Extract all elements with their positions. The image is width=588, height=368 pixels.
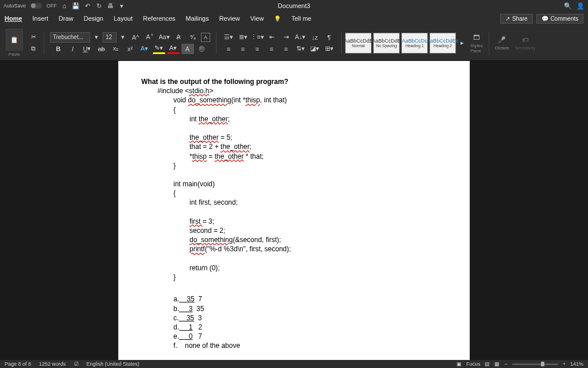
zoom-in-icon[interactable]: +: [563, 361, 566, 367]
clipboard-icon: 📋: [10, 36, 18, 44]
code-line: int the_other;: [189, 114, 447, 124]
char-shading-icon[interactable]: A: [181, 44, 194, 54]
option-c: c. 35 3: [173, 313, 447, 323]
ribbon: 📋 Paste ✂ ⧉ Trebuchet... ▾ 12 ▾ A^ A˅ Aa…: [0, 25, 588, 61]
dictate-label: Dictate: [495, 45, 509, 51]
strike-icon[interactable]: ab: [95, 44, 108, 54]
cut-icon[interactable]: ✂: [29, 33, 38, 42]
align-right-icon[interactable]: ≡: [251, 44, 264, 54]
highlight-icon[interactable]: ✎▾: [153, 44, 165, 54]
underline-icon[interactable]: U▾: [81, 44, 94, 54]
tab-references[interactable]: References: [143, 13, 175, 24]
superscript-icon[interactable]: x²: [124, 44, 137, 54]
line-spacing-icon[interactable]: ⇅▾: [294, 44, 307, 54]
share-button[interactable]: ↗Share: [500, 14, 533, 24]
paste-button[interactable]: 📋: [6, 29, 23, 51]
autosave-toggle[interactable]: [30, 3, 42, 9]
focus-label[interactable]: Focus: [466, 361, 481, 367]
mic-icon: 🎤: [497, 35, 506, 44]
code-line: }: [173, 161, 447, 170]
undo-icon[interactable]: ↶: [83, 2, 91, 10]
outdent-icon[interactable]: ⇤: [265, 32, 278, 43]
print-icon[interactable]: 🖶: [106, 2, 114, 10]
font-size-select[interactable]: 12: [103, 32, 117, 43]
tab-mailings[interactable]: Mailings: [185, 13, 208, 24]
autosave-label: AutoSave: [3, 3, 26, 9]
zoom-level[interactable]: 141%: [570, 361, 583, 367]
tab-insert[interactable]: Insert: [33, 13, 49, 24]
numbering-icon[interactable]: ≣▾: [237, 32, 249, 43]
enclose-icon[interactable]: ㊞: [196, 44, 208, 54]
search-icon[interactable]: 🔍: [564, 2, 572, 10]
word-count[interactable]: 1252 words: [39, 361, 66, 367]
align-left-icon[interactable]: ≡: [222, 44, 235, 54]
comment-icon: 💬: [541, 16, 548, 22]
text-effects-icon[interactable]: A▾: [138, 44, 151, 54]
chevron-down-icon[interactable]: ▾: [92, 33, 101, 42]
shading-icon[interactable]: ◪▾: [308, 44, 321, 54]
bullets-icon[interactable]: ☰▾: [222, 32, 235, 43]
zoom-slider[interactable]: [512, 363, 558, 365]
font-color-icon[interactable]: A▾: [167, 44, 180, 54]
sensitivity-group[interactable]: 🏷 Sensitivity: [513, 34, 538, 52]
tab-home[interactable]: Home: [5, 13, 22, 24]
tab-layout[interactable]: Layout: [114, 13, 133, 24]
language-indicator[interactable]: English (United States): [87, 361, 140, 367]
clear-format-icon[interactable]: A̷: [172, 32, 185, 43]
tab-draw[interactable]: Draw: [59, 13, 74, 24]
borders-icon[interactable]: ⊞▾: [323, 44, 335, 54]
styles-pane-icon: 🗔: [472, 33, 481, 42]
document-workspace: What is the output of the following prog…: [0, 61, 588, 360]
print-layout-icon[interactable]: ▤: [485, 361, 490, 367]
comments-button[interactable]: 💬Comments: [536, 14, 583, 24]
style-heading2[interactable]: AaBbCcDdEeHeading 2: [430, 33, 456, 53]
multilevel-icon[interactable]: ⋮≡▾: [251, 32, 264, 43]
copy-icon[interactable]: ⧉: [29, 44, 38, 53]
phonetic-icon[interactable]: ᵃ⁄ₐ: [187, 32, 199, 43]
shrink-font-icon[interactable]: A˅: [144, 32, 156, 43]
zoom-out-icon[interactable]: −: [504, 361, 507, 367]
pilcrow-icon[interactable]: ¶: [323, 32, 335, 43]
tell-me[interactable]: Tell me: [291, 13, 311, 24]
chevron-down-icon[interactable]: ▾: [118, 33, 127, 42]
home-icon[interactable]: ⌂: [60, 2, 68, 10]
paste-label: Paste: [9, 52, 20, 57]
code-line: #include <stdio.h>: [157, 86, 447, 95]
focus-icon[interactable]: ▣: [457, 361, 462, 367]
styles-more-icon[interactable]: ▸: [458, 39, 467, 48]
user-icon[interactable]: 👤: [577, 2, 585, 10]
tab-view[interactable]: View: [250, 13, 264, 24]
dictate-group[interactable]: 🎤 Dictate: [493, 34, 512, 52]
grow-font-icon[interactable]: A^: [129, 32, 142, 43]
document-page[interactable]: What is the output of the following prog…: [118, 61, 470, 360]
styles-pane-group[interactable]: 🗔 Styles Pane: [468, 32, 485, 55]
code-line: *thisp = the_other * that;: [189, 152, 447, 161]
align-center-icon[interactable]: ≡: [237, 44, 249, 54]
tab-review[interactable]: Review: [219, 13, 240, 24]
page-indicator[interactable]: Page 8 of 8: [5, 361, 31, 367]
char-border-icon[interactable]: A: [201, 33, 210, 42]
bold-icon[interactable]: B: [52, 44, 65, 54]
save-icon[interactable]: 💾: [72, 2, 80, 10]
subscript-icon[interactable]: x₂: [110, 44, 122, 54]
sort2-icon[interactable]: ↓z: [308, 32, 321, 43]
style-heading1[interactable]: AaBbCcDcHeading 1: [401, 33, 428, 53]
code-line: {: [173, 105, 447, 114]
sort-icon[interactable]: A↓▾: [294, 32, 307, 43]
style-normal[interactable]: AaBbCcDdENormal: [345, 33, 372, 53]
style-nospacing[interactable]: AaBbCcDdENo Spacing: [373, 33, 400, 53]
italic-icon[interactable]: I: [67, 44, 79, 54]
sensitivity-label: Sensitivity: [515, 45, 536, 51]
justify-icon[interactable]: ≡: [265, 44, 278, 54]
redo-icon[interactable]: ↻: [95, 2, 103, 10]
indent-icon[interactable]: ⇥: [280, 32, 292, 43]
bulb-icon: 💡: [274, 16, 281, 22]
distributed-icon[interactable]: ≡: [280, 44, 292, 54]
tab-design[interactable]: Design: [84, 13, 103, 24]
font-name-select[interactable]: Trebuchet...: [50, 32, 90, 43]
document-title: Document3: [278, 2, 310, 9]
web-layout-icon[interactable]: ▦: [494, 361, 500, 367]
change-case-icon[interactable]: Aa▾: [158, 32, 171, 43]
chevron-down-icon[interactable]: ▾: [118, 2, 126, 10]
spellcheck-icon[interactable]: ☑: [74, 361, 79, 367]
